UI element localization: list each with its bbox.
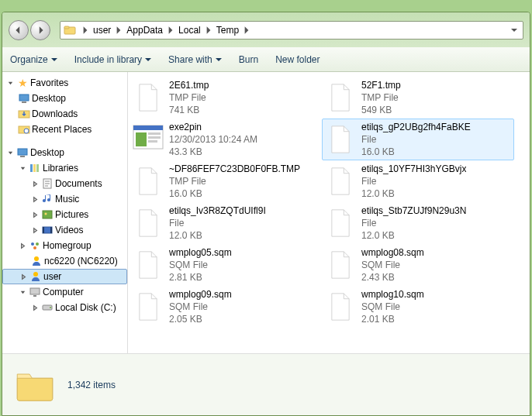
forward-button[interactable] [30, 20, 50, 40]
svg-point-6 [24, 129, 29, 133]
file-list[interactable]: 2E61.tmpTMP File741 KB52F1.tmpTMP File54… [128, 72, 530, 353]
organize-menu[interactable]: Organize [10, 54, 57, 65]
collapse-icon[interactable] [5, 148, 15, 157]
file-meta: wmplog05.sqmSQM File2.81 KB [164, 246, 232, 284]
svg-rect-28 [133, 125, 163, 130]
file-thumb [324, 121, 357, 158]
svg-rect-29 [136, 132, 147, 146]
nav-user[interactable]: user [2, 269, 127, 284]
expand-icon[interactable] [19, 272, 28, 281]
recent-icon [18, 123, 30, 136]
toolbar: Organize Include in library Share with B… [2, 47, 530, 72]
file-name: wmplog08.sqm [361, 246, 424, 259]
desktop-icon [18, 92, 30, 105]
svg-rect-10 [33, 164, 36, 172]
file-thumb [132, 79, 164, 116]
nav-localdisk[interactable]: Local Disk (C:) [2, 300, 127, 315]
nav-label: Computer [43, 287, 84, 297]
back-button[interactable] [9, 20, 29, 40]
file-thumb [324, 79, 357, 116]
file-size: 12.0 KB [361, 229, 466, 242]
homegroup-icon [29, 239, 41, 252]
nav-label: Recent Places [32, 124, 92, 135]
svg-point-19 [36, 242, 39, 246]
expand-icon[interactable] [30, 225, 40, 235]
svg-rect-32 [148, 140, 157, 143]
nav-music[interactable]: Music [2, 191, 127, 207]
file-item[interactable]: wmplog08.sqmSQM File2.43 KB [322, 244, 514, 286]
file-item[interactable]: wmplog05.sqmSQM File2.81 KB [130, 244, 322, 286]
breadcrumb-temp[interactable]: Temp [215, 25, 240, 36]
burn-button[interactable]: Burn [239, 54, 258, 65]
breadcrumb-user[interactable]: user [92, 25, 112, 36]
file-item[interactable]: wmplog10.sqmSQM File2.01 KB [322, 286, 514, 328]
nav-desktop-root[interactable]: Desktop [2, 145, 127, 160]
nav-label: Downloads [32, 108, 78, 119]
nav-label: Music [55, 194, 79, 205]
address-dropdown[interactable] [509, 26, 520, 34]
file-meta: wmplog09.sqmSQM File2.05 KB [164, 288, 232, 325]
expand-icon[interactable] [18, 241, 27, 250]
nav-label: Favorites [30, 77, 68, 88]
nav-recent[interactable]: Recent Places [2, 122, 127, 137]
expand-icon[interactable] [30, 194, 40, 204]
file-thumb [324, 288, 357, 325]
include-library-menu[interactable]: Include in library [74, 54, 151, 65]
file-thumb [324, 163, 357, 200]
svg-rect-13 [43, 211, 52, 218]
nav-computer[interactable]: Computer [2, 284, 127, 300]
collapse-icon[interactable] [18, 287, 27, 297]
collapse-icon[interactable] [18, 163, 27, 173]
nav-buttons [9, 20, 50, 40]
svg-rect-30 [148, 132, 161, 135]
nav-desktop[interactable]: Desktop [2, 91, 127, 106]
expand-icon[interactable] [30, 179, 40, 188]
svg-point-22 [33, 272, 38, 277]
nav-label: nc6220 (NC6220) [44, 256, 118, 266]
svg-rect-23 [30, 288, 40, 294]
file-type: SQM File [169, 259, 232, 271]
expand-icon[interactable] [30, 303, 40, 312]
file-meta: wmplog10.sqmSQM File2.01 KB [357, 288, 424, 325]
videos-icon [41, 224, 54, 236]
svg-rect-9 [30, 164, 33, 172]
breadcrumb-appdata[interactable]: AppData [125, 25, 164, 36]
file-item[interactable]: etilqs_Iv3R8ZQTdUIfl9IFile12.0 KB [130, 202, 322, 244]
nav-libraries[interactable]: Libraries [2, 160, 127, 176]
file-size: 2.43 KB [361, 271, 424, 284]
file-item[interactable]: 52F1.tmpTMP File549 KB [322, 77, 514, 119]
navigation-pane: ★ Favorites Desktop Downloads Recent Pla… [2, 72, 128, 353]
file-thumb [132, 288, 164, 325]
expand-icon[interactable] [30, 210, 40, 219]
file-item[interactable]: 2E61.tmpTMP File741 KB [130, 77, 322, 119]
nav-homegroup[interactable]: Homegroup [2, 238, 127, 253]
file-item[interactable]: wmplog09.sqmSQM File2.05 KB [130, 286, 322, 328]
new-folder-button[interactable]: New folder [275, 54, 320, 65]
nav-favorites[interactable]: ★ Favorites [2, 75, 127, 91]
file-item[interactable]: etilqs_gP2UBg2fh4FaBKEFile16.0 KB [322, 119, 514, 160]
file-type: File [361, 175, 466, 187]
disk-icon [41, 301, 54, 314]
breadcrumb-local[interactable]: Local [177, 25, 202, 36]
nav-documents[interactable]: Documents [2, 176, 127, 191]
back-icon [14, 26, 23, 35]
collapse-icon[interactable] [5, 78, 15, 88]
nav-downloads[interactable]: Downloads [2, 106, 127, 122]
nav-videos[interactable]: Videos [2, 222, 127, 238]
file-meta: wmplog08.sqmSQM File2.43 KB [357, 246, 424, 284]
file-item[interactable]: exe2pin12/30/2013 10:24 AM43.3 KB [130, 119, 322, 160]
nav-nc6220[interactable]: nc6220 (NC6220) [2, 253, 127, 269]
svg-rect-31 [148, 136, 161, 139]
nav-pictures[interactable]: Pictures [2, 207, 127, 222]
svg-rect-3 [22, 101, 26, 103]
share-with-menu[interactable]: Share with [168, 54, 222, 65]
file-size: 741 KB [169, 104, 209, 116]
file-item[interactable]: etilqs_10YF7HI3hYGBvjxFile12.0 KB [322, 160, 514, 202]
file-item[interactable]: ~DF86FEF7C23DB0F0FB.TMPTMP File16.0 KB [130, 160, 322, 202]
file-item[interactable]: etilqs_Stb7ZUJf9N29u3NFile12.0 KB [322, 202, 514, 244]
svg-point-21 [34, 256, 39, 261]
file-size: 16.0 KB [169, 187, 300, 200]
titlebar: user AppData Local Temp [2, 12, 530, 47]
address-bar[interactable]: user AppData Local Temp [60, 21, 523, 40]
file-meta: exe2pin12/30/2013 10:24 AM43.3 KB [164, 121, 257, 158]
